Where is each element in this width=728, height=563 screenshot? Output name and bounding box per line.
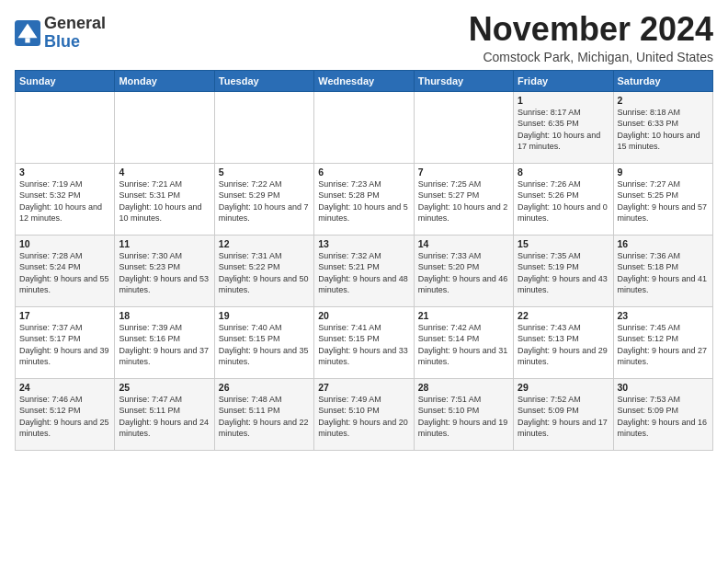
cell-w2-d1: 3Sunrise: 7:19 AMSunset: 5:32 PMDaylight… <box>16 163 115 235</box>
day-number: 4 <box>119 167 210 178</box>
location: Comstock Park, Michigan, United States <box>469 50 713 64</box>
logo: General Blue <box>15 15 106 52</box>
cell-w3-d1: 10Sunrise: 7:28 AMSunset: 5:24 PMDayligh… <box>16 235 115 306</box>
day-number: 13 <box>318 238 409 249</box>
logo-text: General Blue <box>44 15 106 52</box>
cell-w4-d4: 20Sunrise: 7:41 AMSunset: 5:15 PMDayligh… <box>314 306 414 378</box>
day-number: 10 <box>19 238 110 249</box>
day-info: Sunrise: 7:41 AMSunset: 5:15 PMDaylight:… <box>318 323 408 367</box>
cell-w3-d2: 11Sunrise: 7:30 AMSunset: 5:23 PMDayligh… <box>115 235 214 306</box>
cell-w5-d6: 29Sunrise: 7:52 AMSunset: 5:09 PMDayligh… <box>514 378 613 450</box>
day-number: 30 <box>618 382 709 393</box>
day-info: Sunrise: 7:46 AMSunset: 5:12 PMDaylight:… <box>19 395 109 439</box>
calendar-header-row: Sunday Monday Tuesday Wednesday Thursday… <box>16 70 713 91</box>
title-block: November 2024 Comstock Park, Michigan, U… <box>469 11 713 64</box>
day-info: Sunrise: 7:37 AMSunset: 5:17 PMDaylight:… <box>19 323 109 367</box>
day-info: Sunrise: 7:49 AMSunset: 5:10 PMDaylight:… <box>318 395 408 439</box>
cell-w4-d2: 18Sunrise: 7:39 AMSunset: 5:16 PMDayligh… <box>115 306 214 378</box>
day-info: Sunrise: 7:27 AMSunset: 5:25 PMDaylight:… <box>618 179 708 224</box>
cell-w3-d3: 12Sunrise: 7:31 AMSunset: 5:22 PMDayligh… <box>214 235 313 306</box>
cell-w5-d5: 28Sunrise: 7:51 AMSunset: 5:10 PMDayligh… <box>414 378 513 450</box>
day-info: Sunrise: 7:31 AMSunset: 5:22 PMDaylight:… <box>219 251 309 295</box>
col-tuesday: Tuesday <box>214 70 313 91</box>
day-number: 11 <box>119 238 210 249</box>
week-row-2: 3Sunrise: 7:19 AMSunset: 5:32 PMDaylight… <box>16 163 713 235</box>
col-wednesday: Wednesday <box>314 70 414 91</box>
cell-w3-d4: 13Sunrise: 7:32 AMSunset: 5:21 PMDayligh… <box>314 235 414 306</box>
week-row-5: 24Sunrise: 7:46 AMSunset: 5:12 PMDayligh… <box>16 378 713 450</box>
cell-w5-d7: 30Sunrise: 7:53 AMSunset: 5:09 PMDayligh… <box>613 378 712 450</box>
day-info: Sunrise: 7:19 AMSunset: 5:32 PMDaylight:… <box>19 179 102 224</box>
col-thursday: Thursday <box>414 70 513 91</box>
cell-w2-d5: 7Sunrise: 7:25 AMSunset: 5:27 PMDaylight… <box>414 163 513 235</box>
day-info: Sunrise: 7:40 AMSunset: 5:15 PMDaylight:… <box>219 323 309 367</box>
day-info: Sunrise: 7:32 AMSunset: 5:21 PMDaylight:… <box>318 251 408 295</box>
day-number: 18 <box>119 310 210 321</box>
day-info: Sunrise: 7:42 AMSunset: 5:14 PMDaylight:… <box>418 323 508 367</box>
day-number: 20 <box>318 310 409 321</box>
day-info: Sunrise: 7:21 AMSunset: 5:31 PMDaylight:… <box>119 179 201 224</box>
day-info: Sunrise: 7:48 AMSunset: 5:11 PMDaylight:… <box>219 395 309 439</box>
day-number: 12 <box>219 238 310 249</box>
cell-w4-d6: 22Sunrise: 7:43 AMSunset: 5:13 PMDayligh… <box>514 306 613 378</box>
cell-w5-d1: 24Sunrise: 7:46 AMSunset: 5:12 PMDayligh… <box>16 378 115 450</box>
day-info: Sunrise: 7:45 AMSunset: 5:12 PMDaylight:… <box>618 323 708 367</box>
day-info: Sunrise: 7:23 AMSunset: 5:28 PMDaylight:… <box>318 179 408 224</box>
cell-w2-d4: 6Sunrise: 7:23 AMSunset: 5:28 PMDaylight… <box>314 163 414 235</box>
day-number: 22 <box>518 310 609 321</box>
cell-w5-d3: 26Sunrise: 7:48 AMSunset: 5:11 PMDayligh… <box>214 378 313 450</box>
cell-w3-d6: 15Sunrise: 7:35 AMSunset: 5:19 PMDayligh… <box>514 235 613 306</box>
day-number: 16 <box>618 238 709 249</box>
day-number: 27 <box>318 382 409 393</box>
day-info: Sunrise: 7:47 AMSunset: 5:11 PMDaylight:… <box>119 395 209 439</box>
cell-w1-d7: 2Sunrise: 8:18 AMSunset: 6:33 PMDaylight… <box>613 91 712 163</box>
day-info: Sunrise: 7:26 AMSunset: 5:26 PMDaylight:… <box>518 179 608 224</box>
cell-w2-d2: 4Sunrise: 7:21 AMSunset: 5:31 PMDaylight… <box>115 163 214 235</box>
logo-icon <box>15 20 40 46</box>
cell-w4-d1: 17Sunrise: 7:37 AMSunset: 5:17 PMDayligh… <box>16 306 115 378</box>
day-info: Sunrise: 7:30 AMSunset: 5:23 PMDaylight:… <box>119 251 209 295</box>
day-number: 14 <box>418 238 509 249</box>
day-number: 6 <box>318 167 409 178</box>
cell-w1-d4 <box>314 91 414 163</box>
day-number: 17 <box>19 310 110 321</box>
day-number: 15 <box>518 238 609 249</box>
day-number: 5 <box>219 167 310 178</box>
cell-w2-d7: 9Sunrise: 7:27 AMSunset: 5:25 PMDaylight… <box>613 163 712 235</box>
header: General Blue November 2024 Comstock Park… <box>15 11 713 64</box>
day-info: Sunrise: 7:33 AMSunset: 5:20 PMDaylight:… <box>418 251 508 295</box>
calendar-table: Sunday Monday Tuesday Wednesday Thursday… <box>15 70 713 451</box>
logo-blue: Blue <box>44 32 80 51</box>
cell-w3-d5: 14Sunrise: 7:33 AMSunset: 5:20 PMDayligh… <box>414 235 513 306</box>
day-number: 7 <box>418 167 509 178</box>
day-number: 24 <box>19 382 110 393</box>
day-number: 2 <box>618 95 709 106</box>
day-info: Sunrise: 7:51 AMSunset: 5:10 PMDaylight:… <box>418 395 508 439</box>
cell-w1-d1 <box>16 91 115 163</box>
cell-w4-d7: 23Sunrise: 7:45 AMSunset: 5:12 PMDayligh… <box>613 306 712 378</box>
day-info: Sunrise: 7:43 AMSunset: 5:13 PMDaylight:… <box>518 323 608 367</box>
cell-w1-d3 <box>214 91 313 163</box>
day-number: 25 <box>119 382 210 393</box>
main-container: General Blue November 2024 Comstock Park… <box>0 0 728 458</box>
day-info: Sunrise: 7:36 AMSunset: 5:18 PMDaylight:… <box>618 251 708 295</box>
cell-w4-d3: 19Sunrise: 7:40 AMSunset: 5:15 PMDayligh… <box>214 306 313 378</box>
logo-general: General <box>44 14 106 32</box>
col-monday: Monday <box>115 70 214 91</box>
week-row-4: 17Sunrise: 7:37 AMSunset: 5:17 PMDayligh… <box>16 306 713 378</box>
calendar-body: 1Sunrise: 8:17 AMSunset: 6:35 PMDaylight… <box>16 91 713 450</box>
day-number: 19 <box>219 310 310 321</box>
day-number: 29 <box>518 382 609 393</box>
day-number: 26 <box>219 382 310 393</box>
col-sunday: Sunday <box>16 70 115 91</box>
cell-w2-d3: 5Sunrise: 7:22 AMSunset: 5:29 PMDaylight… <box>214 163 313 235</box>
day-info: Sunrise: 7:35 AMSunset: 5:19 PMDaylight:… <box>518 251 608 295</box>
day-info: Sunrise: 7:25 AMSunset: 5:27 PMDaylight:… <box>418 179 508 224</box>
col-saturday: Saturday <box>613 70 712 91</box>
day-number: 1 <box>518 95 609 106</box>
day-number: 8 <box>518 167 609 178</box>
cell-w3-d7: 16Sunrise: 7:36 AMSunset: 5:18 PMDayligh… <box>613 235 712 306</box>
day-number: 23 <box>618 310 709 321</box>
cell-w5-d4: 27Sunrise: 7:49 AMSunset: 5:10 PMDayligh… <box>314 378 414 450</box>
cell-w5-d2: 25Sunrise: 7:47 AMSunset: 5:11 PMDayligh… <box>115 378 214 450</box>
